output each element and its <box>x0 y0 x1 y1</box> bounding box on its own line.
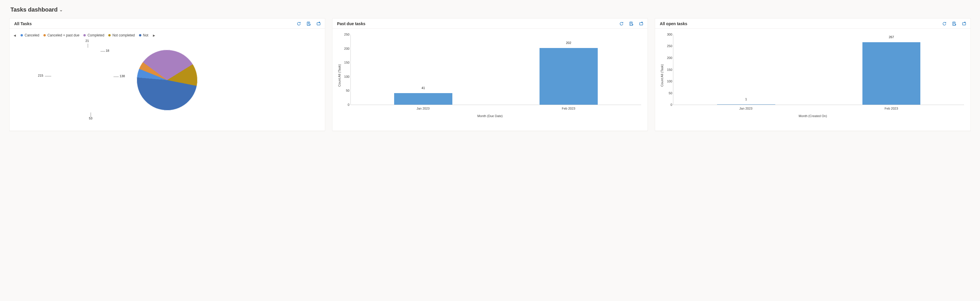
pie-legend: ◀ Canceled Canceled + past due Completed <box>13 33 321 37</box>
card-past-due: Past due tasks Count:All (Task) 05 <box>332 18 648 131</box>
y-tick-label: 300 <box>665 33 672 36</box>
legend-dot <box>108 34 111 36</box>
card-title: Past due tasks <box>337 21 366 26</box>
x-tick-label: Jan 2023 <box>739 107 752 110</box>
y-tick-label: 200 <box>665 56 672 60</box>
legend-left-icon[interactable]: ◀ <box>13 34 16 37</box>
x-axis-label: Month (Created On) <box>799 114 827 118</box>
card-title: All open tasks <box>660 21 687 26</box>
legend-item-not[interactable]: Not <box>139 33 149 37</box>
bar-chart-all-open[interactable]: Count:All (Task) 0501001502002503001267 … <box>659 32 967 119</box>
x-tick-label: Jan 2023 <box>417 107 430 110</box>
svg-rect-1 <box>317 23 320 25</box>
legend-label: Not <box>143 33 149 37</box>
bar-chart-past-due[interactable]: Count:All (Task) 05010015020025041202 Mo… <box>336 32 644 119</box>
svg-rect-5 <box>963 23 966 25</box>
expand-icon[interactable] <box>316 21 321 26</box>
x-tick-label: Feb 2023 <box>885 107 898 110</box>
legend-label: Not completed <box>112 33 135 37</box>
card-header: All Tasks <box>10 19 325 29</box>
bar[interactable] <box>394 93 452 105</box>
card-all-open: All open tasks Count:All (Task) 05 <box>655 18 971 131</box>
y-tick-label: 250 <box>665 44 672 48</box>
legend-label: Canceled <box>25 33 40 37</box>
leader-line <box>45 76 51 76</box>
y-tick-label: 150 <box>665 68 672 71</box>
y-tick-label: 0 <box>665 103 672 106</box>
chevron-down-icon: ⌄ <box>59 8 63 12</box>
y-tick-label: 100 <box>342 75 350 78</box>
refresh-icon[interactable] <box>296 21 301 26</box>
refresh-icon[interactable] <box>942 21 947 26</box>
pie-value-label: 18 <box>106 49 109 52</box>
pie-value-label: 21 <box>86 39 89 43</box>
view-records-icon[interactable] <box>629 21 634 26</box>
legend-label: Completed <box>88 33 104 37</box>
card-all-tasks: All Tasks ◀ <box>9 18 325 131</box>
y-axis-label: Count:All (Task) <box>660 64 664 87</box>
bar-value-label: 1 <box>745 97 747 101</box>
y-tick-label: 50 <box>342 89 350 92</box>
card-actions <box>619 21 643 26</box>
legend-label: Canceled + past due <box>48 33 80 37</box>
pie-value-label: 215 <box>38 74 43 77</box>
card-actions <box>942 21 966 26</box>
dashboard-cards: All Tasks ◀ <box>9 18 971 131</box>
plot-area: 0501001502002503001267 <box>673 35 964 105</box>
pie-chart[interactable]: 21 18 138 53 215 <box>13 40 321 120</box>
expand-icon[interactable] <box>639 21 643 26</box>
bar-value-label: 267 <box>889 35 894 39</box>
bar-value-label: 202 <box>566 41 571 44</box>
legend-item-not-completed[interactable]: Not completed <box>108 33 135 37</box>
y-tick-label: 250 <box>342 33 350 36</box>
x-axis-label: Month (Due Date) <box>477 114 503 118</box>
page-title[interactable]: Tasks dashboard ⌄ <box>10 6 971 13</box>
y-tick-label: 150 <box>342 61 350 64</box>
pie-graphic <box>134 47 200 113</box>
bar-value-label: 41 <box>422 86 425 90</box>
card-actions <box>296 21 321 26</box>
expand-icon[interactable] <box>962 21 966 26</box>
card-title: All Tasks <box>14 21 32 26</box>
legend-dot <box>21 34 23 36</box>
page-title-text: Tasks dashboard <box>10 6 57 13</box>
y-tick-label: 100 <box>665 79 672 83</box>
x-tick-label: Feb 2023 <box>562 107 575 110</box>
card-header: Past due tasks <box>332 19 648 29</box>
legend-dot <box>139 34 141 36</box>
legend-item-completed[interactable]: Completed <box>83 33 104 37</box>
y-tick-label: 200 <box>342 47 350 50</box>
bar[interactable] <box>862 42 921 105</box>
view-records-icon[interactable] <box>306 21 311 26</box>
y-tick-label: 50 <box>665 91 672 95</box>
bar[interactable] <box>539 48 598 105</box>
y-tick-label: 0 <box>342 103 350 106</box>
legend-dot <box>43 34 46 36</box>
svg-rect-3 <box>640 23 643 25</box>
legend-item-canceled[interactable]: Canceled <box>21 33 40 37</box>
y-axis-label: Count:All (Task) <box>338 64 341 87</box>
pie-value-label: 53 <box>89 117 92 120</box>
pie-value-label: 138 <box>119 74 125 78</box>
legend-item-canceled-past-due[interactable]: Canceled + past due <box>43 33 80 37</box>
plot-area: 05010015020025041202 <box>350 35 641 105</box>
legend-dot <box>83 34 86 36</box>
view-records-icon[interactable] <box>952 21 956 26</box>
refresh-icon[interactable] <box>619 21 624 26</box>
card-header: All open tasks <box>655 19 970 29</box>
legend-right-icon[interactable]: ▶ <box>152 34 156 37</box>
